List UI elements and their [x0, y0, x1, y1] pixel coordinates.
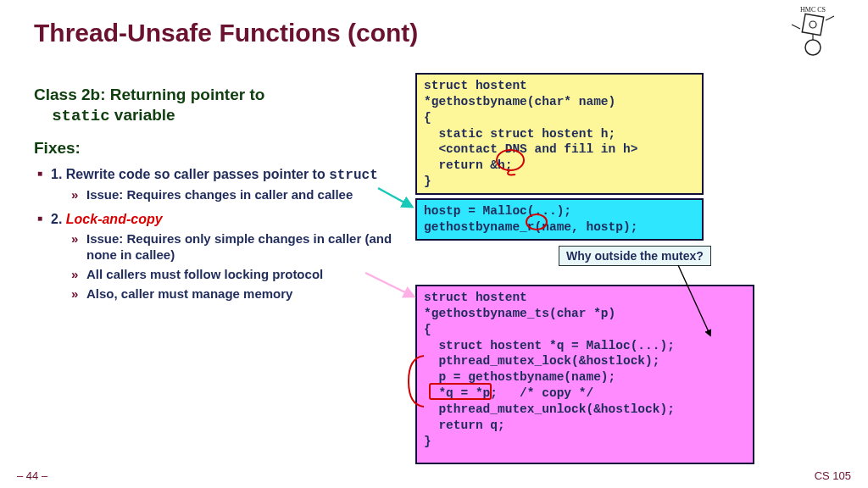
fixes-heading: Fixes: [34, 139, 398, 158]
code-original: struct hostent *gethostbyname(char* name… [415, 73, 704, 195]
code-lockcopy: struct hostent *gethostbyname_ts(char *p… [415, 285, 754, 464]
fix-2-issue-2: All callers must follow locking protocol [86, 267, 398, 283]
svg-text:HMC CS: HMC CS [800, 6, 826, 14]
svg-line-3 [792, 25, 800, 29]
fix-2-issue-3: Also, caller must manage memory [86, 286, 398, 302]
code-rewrite: hostp = Malloc(...); gethostbyname_r(nam… [415, 198, 704, 241]
fix-1: 1. Rewrite code so caller passes pointer… [51, 166, 398, 184]
class-heading-static: static [52, 107, 109, 125]
class-heading: Class 2b: Returning pointer to static va… [34, 85, 398, 127]
fix-2-issue-1: Issue: Requires only simple changes in c… [86, 231, 398, 263]
left-column: Class 2b: Returning pointer to static va… [34, 85, 398, 305]
callout-mutex: Why outside the mutex? [559, 246, 711, 266]
fix-1-text: 1. Rewrite code so caller passes pointer… [51, 167, 329, 181]
svg-rect-1 [802, 14, 823, 35]
fix-2-lockcopy: Lock-and-copy [66, 212, 163, 226]
hmc-logo: HMC CS [783, 3, 843, 58]
svg-line-4 [826, 16, 834, 20]
class-heading-a: Class 2b: Returning pointer to [34, 86, 264, 103]
page-number: – 44 – [17, 469, 47, 482]
course-code: CS 105 [815, 469, 851, 482]
slide: Thread-Unsafe Functions (cont) HMC CS Cl… [0, 0, 868, 488]
class-heading-c: variable [110, 106, 175, 124]
fix-1-issue: Issue: Requires changes in caller and ca… [86, 187, 398, 203]
svg-point-5 [805, 40, 821, 55]
fix-2-num: 2. [51, 212, 66, 226]
svg-point-2 [810, 21, 816, 28]
fix-1-struct: struct [329, 168, 378, 183]
fix-2: 2. Lock-and-copy [51, 211, 398, 228]
slide-title: Thread-Unsafe Functions (cont) [34, 19, 834, 47]
